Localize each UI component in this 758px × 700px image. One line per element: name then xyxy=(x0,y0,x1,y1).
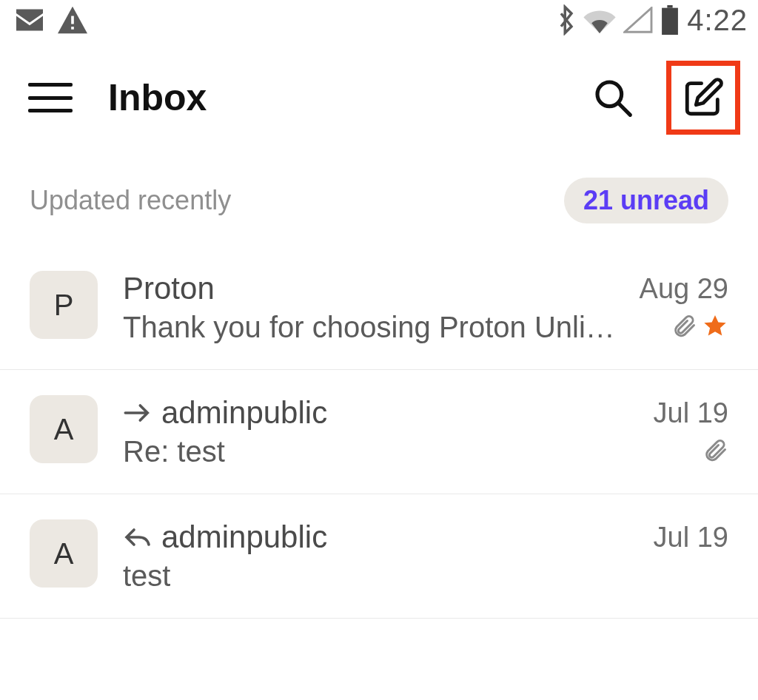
email-subject: Thank you for choosing Proton Unli… xyxy=(123,311,615,344)
search-button[interactable] xyxy=(589,74,637,121)
warning-icon xyxy=(56,5,89,35)
email-badges xyxy=(671,313,728,343)
compose-button[interactable] xyxy=(677,72,729,124)
email-body: Proton Aug 29 Thank you for choosing Pro… xyxy=(123,271,728,344)
email-item[interactable]: A adminpublic Jul 19 test xyxy=(0,494,758,619)
updated-text: Updated recently xyxy=(30,185,231,216)
star-icon xyxy=(702,313,728,343)
update-row: Updated recently 21 unread xyxy=(0,155,758,246)
cellular-icon xyxy=(623,7,653,33)
battery-icon xyxy=(660,5,680,35)
menu-button[interactable] xyxy=(28,80,73,115)
email-subject: Re: test xyxy=(123,435,225,468)
email-subject: test xyxy=(123,559,170,593)
status-bar: 4:22 xyxy=(0,0,758,40)
sender-name: adminpublic xyxy=(161,395,327,431)
page-title: Inbox xyxy=(108,76,567,119)
email-date: Jul 19 xyxy=(654,397,728,429)
reply-arrow-icon xyxy=(123,526,152,548)
svg-rect-2 xyxy=(668,5,673,8)
bluetooth-icon xyxy=(557,4,576,36)
email-item[interactable]: A adminpublic Jul 19 Re: test xyxy=(0,370,758,494)
app-header: Inbox xyxy=(0,40,758,155)
svg-line-5 xyxy=(618,103,630,115)
email-date: Aug 29 xyxy=(640,273,728,305)
compose-icon xyxy=(682,76,725,119)
unread-badge[interactable]: 21 unread xyxy=(564,178,728,223)
avatar: A xyxy=(30,519,98,588)
header-actions xyxy=(589,61,740,135)
mail-notification-icon xyxy=(13,7,46,33)
sender-name: adminpublic xyxy=(161,519,327,555)
svg-rect-0 xyxy=(71,16,74,24)
sender-name: Proton xyxy=(123,271,215,306)
status-time: 4:22 xyxy=(687,4,748,37)
email-body: adminpublic Jul 19 test xyxy=(123,519,728,593)
search-icon xyxy=(592,77,634,118)
svg-rect-3 xyxy=(662,8,678,35)
email-date: Jul 19 xyxy=(654,522,728,553)
email-badges xyxy=(702,437,728,467)
svg-rect-1 xyxy=(71,27,74,30)
status-right: 4:22 xyxy=(557,4,748,37)
status-left xyxy=(13,5,89,35)
email-item[interactable]: P Proton Aug 29 Thank you for choosing P… xyxy=(0,246,758,370)
avatar: P xyxy=(30,271,98,339)
email-list: P Proton Aug 29 Thank you for choosing P… xyxy=(0,246,758,619)
compose-highlight xyxy=(666,61,740,135)
wifi-icon xyxy=(583,7,616,33)
forward-arrow-icon xyxy=(123,402,152,424)
attachment-icon xyxy=(671,313,697,343)
email-body: adminpublic Jul 19 Re: test xyxy=(123,395,728,468)
attachment-icon xyxy=(702,437,728,467)
avatar: A xyxy=(30,395,98,463)
